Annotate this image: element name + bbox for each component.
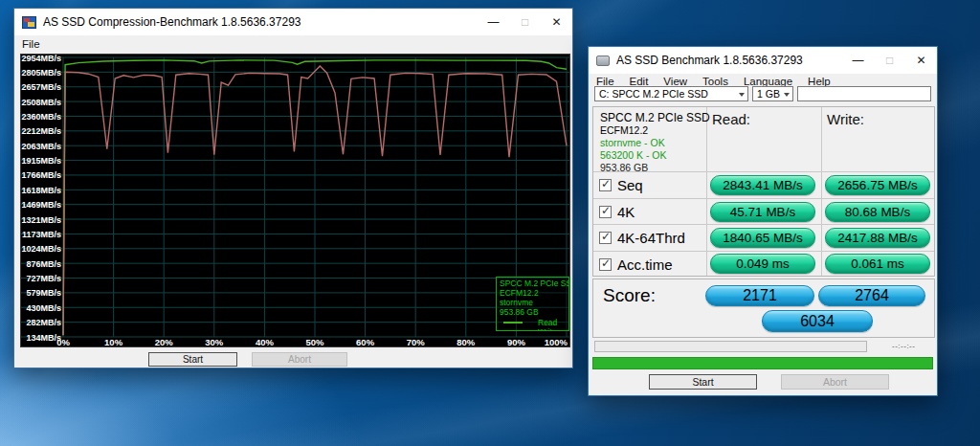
y-axis-tick: 2805MB/s xyxy=(21,69,61,78)
menu-tools[interactable]: Tools xyxy=(695,76,736,87)
benchmark-titlebar[interactable]: AS SSD Benchmark 1.8.5636.37293 — □ ✕ xyxy=(589,47,937,74)
x-axis-tick: 80% xyxy=(457,338,475,347)
menu-language[interactable]: Language xyxy=(736,76,800,87)
close-icon[interactable]: ✕ xyxy=(541,9,572,35)
desktop-wallpaper: AS SSD Compression-Benchmark 1.8.5636.37… xyxy=(0,0,980,446)
minimize-icon[interactable]: — xyxy=(842,47,874,74)
time-remaining: --:--:-- xyxy=(892,342,915,350)
start-button[interactable]: Start xyxy=(148,352,237,367)
x-axis-tick: 90% xyxy=(507,338,525,347)
benchmark-window-title: AS SSD Benchmark 1.8.5636.37293 xyxy=(616,54,803,67)
test-size-select[interactable]: 1 GB xyxy=(752,86,793,101)
results-table: SPCC M.2 PCIe SSD ECFM12.2 stornvme - OK… xyxy=(592,106,935,277)
4k64-write-value: 2417.88 MB/s xyxy=(825,228,930,248)
table-row-4k: ✓ 4K 45.71 MB/s 80.68 MB/s xyxy=(593,199,934,226)
check-icon: ✓ xyxy=(601,177,611,190)
4k-read-value: 45.71 MB/s xyxy=(710,202,815,222)
compression-window-title: AS SSD Compression-Benchmark 1.8.5636.37… xyxy=(43,15,301,29)
start-button[interactable]: Start xyxy=(649,374,757,390)
maximize-icon[interactable]: □ xyxy=(509,9,541,35)
write-line-sample xyxy=(503,331,523,332)
parameter-input[interactable] xyxy=(797,86,931,101)
y-axis-tick: 430MB/s xyxy=(21,304,61,313)
drive-model: SPCC M.2 PCIe SSD xyxy=(600,112,710,124)
check-icon: ✓ xyxy=(601,256,611,270)
y-axis-tick: 2508MB/s xyxy=(21,99,61,107)
score-label: Score: xyxy=(603,285,656,306)
minimize-icon[interactable]: — xyxy=(478,9,509,35)
read-line-sample xyxy=(503,322,523,323)
compression-benchmark-window: AS SSD Compression-Benchmark 1.8.5636.37… xyxy=(13,8,573,368)
drive-firmware: ECFM12.2 xyxy=(600,124,710,137)
abort-button[interactable]: Abort xyxy=(781,374,889,390)
chevron-down-icon xyxy=(784,93,790,97)
x-axis-tick: 60% xyxy=(356,338,374,347)
table-row-4k64thrd: ✓ 4K-64Thrd 1840.65 MB/s 2417.88 MB/s xyxy=(593,225,934,252)
write-column-header: Write: xyxy=(827,111,864,127)
row-label: Acc.time xyxy=(617,256,673,273)
close-icon[interactable]: ✕ xyxy=(905,47,937,74)
read-score: 2171 xyxy=(705,285,814,306)
drive-select-value: C: SPCC M.2 PCIe SSD xyxy=(599,88,708,100)
chart-canvas xyxy=(21,55,569,346)
legend-driver: stornvme xyxy=(500,298,568,307)
drive-select[interactable]: C: SPCC M.2 PCIe SSD xyxy=(594,86,748,101)
acctime-write-value: 0.061 ms xyxy=(825,254,930,274)
4k64-read-value: 1840.65 MB/s xyxy=(710,228,815,248)
seq-read-value: 2843.41 MB/s xyxy=(710,175,815,195)
score-section: Score: 2171 2764 6034 xyxy=(592,279,935,338)
test-size-value: 1 GB xyxy=(757,88,780,100)
y-axis-tick: 2360MB/s xyxy=(21,113,61,122)
y-axis-tick: 134MB/s xyxy=(21,334,61,343)
4k-checkbox[interactable]: ✓ xyxy=(599,206,612,218)
4k-write-value: 80.68 MB/s xyxy=(825,202,930,222)
chart-legend: SPCC M.2 PCIe SSD ECFM12.2 stornvme 953.… xyxy=(496,277,569,331)
4k64-checkbox[interactable]: ✓ xyxy=(599,232,612,244)
seq-checkbox[interactable]: ✓ xyxy=(599,179,612,191)
y-axis-tick: 1618MB/s xyxy=(21,187,61,195)
seq-write-value: 2656.75 MB/s xyxy=(825,175,930,195)
menu-help[interactable]: Help xyxy=(800,76,838,87)
acctime-checkbox[interactable]: ✓ xyxy=(599,258,612,271)
compression-titlebar[interactable]: AS SSD Compression-Benchmark 1.8.5636.37… xyxy=(14,9,572,35)
y-axis-tick: 2063MB/s xyxy=(21,143,61,151)
read-column-header: Read: xyxy=(712,111,750,127)
abort-button[interactable]: Abort xyxy=(252,352,347,367)
maximize-icon[interactable]: □ xyxy=(874,47,905,74)
drive-driver-status: stornvme - OK xyxy=(600,137,710,149)
table-header-row: SPCC M.2 PCIe SSD ECFM12.2 stornvme - OK… xyxy=(593,107,934,172)
menu-file[interactable]: File xyxy=(589,76,622,87)
write-score: 2764 xyxy=(818,285,925,306)
legend-device: SPCC M.2 PCIe SSD xyxy=(500,279,568,288)
check-icon: ✓ xyxy=(601,230,611,243)
menu-edit[interactable]: Edit xyxy=(622,76,657,87)
y-axis-tick: 2212MB/s xyxy=(21,127,61,136)
acctime-read-value: 0.049 ms xyxy=(710,254,815,274)
check-icon: ✓ xyxy=(601,204,611,217)
row-label: 4K-64Thrd xyxy=(617,230,685,246)
y-axis-tick: 1469MB/s xyxy=(21,201,61,210)
x-axis-tick: 20% xyxy=(155,338,173,347)
legend-read-label: Read xyxy=(538,318,557,327)
compression-chart: 2954MB/s2805MB/s2657MB/s2508MB/s2360MB/s… xyxy=(20,54,570,347)
y-axis-tick: 727MB/s xyxy=(21,275,61,283)
x-axis-tick: 0% xyxy=(56,338,70,347)
x-axis-tick: 50% xyxy=(305,338,323,347)
menu-file[interactable]: File xyxy=(14,38,48,50)
compression-menubar: File xyxy=(14,35,572,53)
overall-progress-bar xyxy=(592,357,933,369)
table-row-seq: ✓ Seq 2843.41 MB/s 2656.75 MB/s xyxy=(593,172,934,199)
legend-write-label: Write xyxy=(538,327,557,332)
y-axis-tick: 2657MB/s xyxy=(21,83,61,92)
row-label: 4K xyxy=(617,204,635,220)
y-axis-tick: 1915MB/s xyxy=(21,157,61,166)
table-row-acctime: ✓ Acc.time 0.049 ms 0.061 ms xyxy=(593,252,934,277)
y-axis-tick: 2954MB/s xyxy=(21,55,61,63)
drive-offset-status: 563200 K - OK xyxy=(600,149,710,162)
y-axis-tick: 1321MB/s xyxy=(21,216,61,225)
row-label: Seq xyxy=(617,177,643,193)
y-axis-tick: 579MB/s xyxy=(21,289,61,298)
menu-view[interactable]: View xyxy=(656,76,695,87)
compression-app-icon xyxy=(22,16,36,29)
ssd-app-icon xyxy=(596,56,610,66)
